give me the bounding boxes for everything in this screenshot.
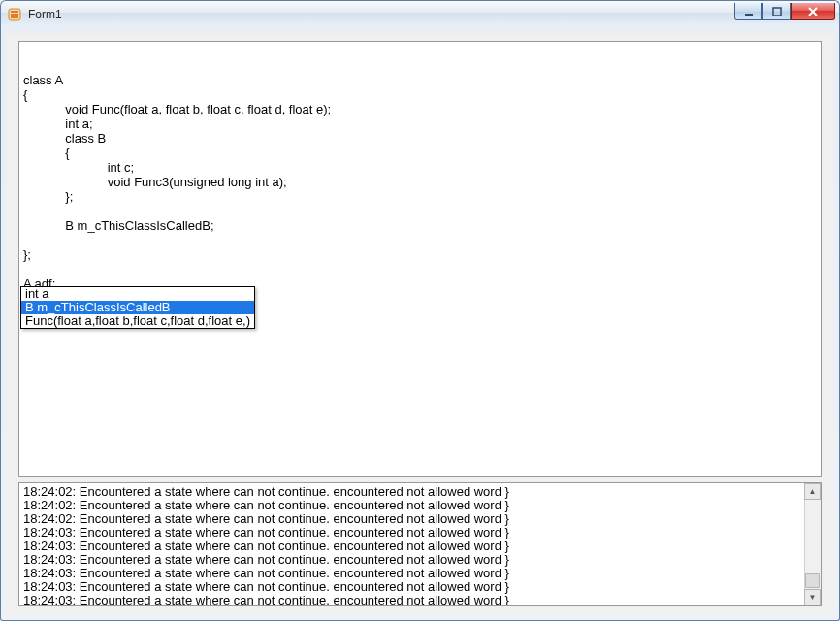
svg-rect-2 (11, 14, 18, 16)
code-content: class A { void Func(float a, float b, fl… (23, 73, 817, 306)
close-button[interactable] (791, 3, 835, 20)
log-line: 18:24:03: Encountered a state where can … (23, 553, 817, 567)
log-line: 18:24:03: Encountered a state where can … (23, 580, 817, 594)
window-body: class A { void Func(float a, float b, fl… (0, 27, 840, 621)
autocomplete-item[interactable]: int a (21, 287, 254, 301)
log-line: 18:24:02: Encountered a state where can … (23, 485, 817, 499)
svg-rect-3 (11, 16, 18, 18)
svg-rect-5 (773, 8, 781, 16)
scroll-down-button[interactable]: ▼ (804, 589, 821, 605)
log-line: 18:24:03: Encountered a state where can … (23, 594, 817, 606)
app-icon (7, 7, 22, 22)
window-title: Form1 (28, 8, 62, 21)
autocomplete-item[interactable]: B m_cThisClassIsCalledB (21, 301, 254, 314)
log-line: 18:24:03: Encountered a state where can … (23, 526, 817, 539)
autocomplete-item[interactable]: Func(float a,float b,float c,float d,flo… (21, 314, 254, 328)
window-titlebar[interactable]: Form1 (0, 0, 840, 27)
log-line: 18:24:02: Encountered a state where can … (23, 499, 817, 512)
scrollbar-track[interactable]: ▲ ▼ (804, 483, 821, 605)
maximize-button[interactable] (762, 3, 791, 20)
window-control-buttons (734, 3, 835, 20)
minimize-button[interactable] (734, 3, 762, 20)
log-line: 18:24:03: Encountered a state where can … (23, 539, 817, 553)
code-editor[interactable]: class A { void Func(float a, float b, fl… (18, 41, 822, 477)
svg-rect-4 (745, 14, 753, 16)
log-content: 18:24:02: Encountered a state where can … (23, 485, 817, 606)
scroll-thumb[interactable] (805, 573, 820, 588)
svg-rect-1 (11, 11, 18, 13)
autocomplete-popup[interactable]: int aB m_cThisClassIsCalledBFunc(float a… (20, 286, 255, 329)
scroll-up-button[interactable]: ▲ (804, 483, 821, 500)
client-area: class A { void Func(float a, float b, fl… (7, 33, 833, 614)
log-line: 18:24:02: Encountered a state where can … (23, 512, 817, 526)
log-panel[interactable]: 18:24:02: Encountered a state where can … (18, 482, 822, 606)
log-line: 18:24:03: Encountered a state where can … (23, 567, 817, 580)
